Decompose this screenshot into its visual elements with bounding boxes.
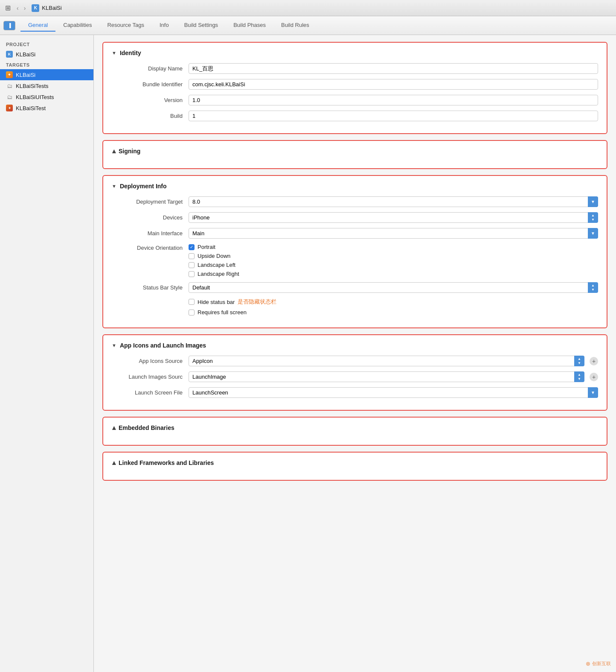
launch-screen-file-select[interactable]: LaunchScreen — [189, 387, 598, 398]
tab-resource-tags[interactable]: Resource Tags — [99, 19, 151, 32]
requires-full-screen-label: Requires full screen — [198, 309, 247, 316]
main-interface-select-wrapper: Main ▼ — [189, 228, 598, 239]
folder-icon-1: 🗂 — [6, 82, 13, 89]
hide-status-bar-checkbox-row: Hide status bar 是否隐藏状态栏 — [189, 298, 598, 306]
hide-status-bar-control: Hide status bar 是否隐藏状态栏 Requires full sc… — [189, 298, 598, 316]
app-icons-source-select[interactable]: AppIcon — [189, 356, 584, 366]
build-row: Build — [112, 111, 598, 121]
title-bar: ⊞ ‹ › K KLBaiSi — [0, 0, 616, 16]
landscape-left-checkbox[interactable] — [189, 262, 195, 268]
deployment-target-select[interactable]: 8.0 — [189, 196, 598, 207]
linked-frameworks-header[interactable]: ▶ Linked Frameworks and Libraries — [112, 459, 598, 466]
deployment-info-title: Deployment Info — [120, 183, 167, 190]
back-button[interactable]: ‹ — [15, 4, 20, 12]
tab-capabilities[interactable]: Capabilities — [55, 19, 99, 32]
build-input[interactable] — [189, 111, 598, 121]
identity-header[interactable]: ▼ Identity — [112, 50, 598, 56]
hide-status-bar-note: 是否隐藏状态栏 — [238, 298, 276, 306]
main-interface-select[interactable]: Main — [189, 228, 598, 239]
deployment-target-row: Deployment Target 8.0 ▼ — [112, 196, 598, 207]
sidebar-item-klbaisi-test[interactable]: ✦ KLBaiSiTest — [0, 102, 93, 114]
sidebar-target-test-label: KLBaiSiTest — [16, 105, 46, 111]
forward-button[interactable]: › — [22, 4, 28, 12]
tab-build-phases[interactable]: Build Phases — [226, 19, 273, 32]
landscape-right-label: Landscape Right — [198, 271, 239, 277]
app-icons-title: App Icons and Launch Images — [120, 342, 206, 349]
deployment-info-header[interactable]: ▼ Deployment Info — [112, 183, 598, 190]
device-orientation-row: Device Orientation ✓ Portrait Upside Dow… — [112, 244, 598, 277]
tab-build-rules[interactable]: Build Rules — [273, 19, 317, 32]
hide-status-bar-label: Hide status bar — [198, 299, 235, 305]
project-name: KLBaiSi — [42, 5, 61, 11]
launch-images-source-control: LaunchImage ▲▼ + — [189, 371, 598, 382]
version-label: Version — [112, 97, 189, 103]
app-icons-header[interactable]: ▼ App Icons and Launch Images — [112, 342, 598, 349]
deployment-info-toggle: ▼ — [112, 184, 116, 189]
status-bar-style-control: Default ▲▼ — [189, 282, 598, 293]
main-layout: PROJECT K KLBaiSi TARGETS ✦ KLBaiSi 🗂 KL… — [0, 35, 616, 672]
app-icons-source-select-wrapper: AppIcon ▲▼ — [189, 356, 584, 366]
launch-screen-file-label: Launch Screen File — [112, 389, 189, 396]
deployment-target-control: 8.0 ▼ — [189, 196, 598, 207]
linked-frameworks-toggle: ▶ — [111, 461, 116, 465]
sidebar-item-klbaisi[interactable]: ✦ KLBaiSi — [0, 69, 93, 80]
launch-screen-file-row: Launch Screen File LaunchScreen ▼ — [112, 387, 598, 398]
grid-icon[interactable]: ⊞ — [5, 4, 11, 12]
orientation-portrait-row: ✓ Portrait — [189, 244, 598, 250]
sidebar-item-project[interactable]: K KLBaiSi — [0, 49, 93, 60]
tab-general[interactable]: General — [20, 19, 55, 32]
tab-bar: ▐ General Capabilities Resource Tags Inf… — [0, 16, 616, 35]
target-icon: ✦ — [6, 71, 13, 78]
navigation-buttons: ‹ › — [15, 4, 27, 12]
app-icons-toggle: ▼ — [112, 343, 116, 348]
signing-header[interactable]: ▶ Signing — [112, 148, 598, 155]
sidebar-toggle[interactable]: ▐ — [3, 21, 15, 30]
tab-info[interactable]: Info — [152, 19, 177, 32]
tab-build-settings[interactable]: Build Settings — [177, 19, 226, 32]
embedded-binaries-title: Embedded Binaries — [119, 424, 174, 431]
embedded-binaries-header[interactable]: ▶ Embedded Binaries — [112, 424, 598, 431]
portrait-checkbox[interactable]: ✓ — [189, 244, 195, 250]
orientation-landscape-left-row: Landscape Left — [189, 262, 598, 268]
landscape-left-label: Landscape Left — [198, 262, 235, 268]
deployment-info-section: ▼ Deployment Info Deployment Target 8.0 … — [102, 175, 607, 328]
sidebar-item-klbaisi-ui-tests[interactable]: 🗂 KLBaiSiUITests — [0, 91, 93, 102]
requires-full-screen-row: Requires full screen — [189, 309, 598, 316]
launch-images-add-button[interactable]: + — [590, 373, 598, 381]
display-name-control — [189, 63, 598, 74]
identity-toggle: ▼ — [112, 50, 116, 56]
app-icons-source-control: AppIcon ▲▼ + — [189, 356, 598, 366]
upsidedown-checkbox[interactable] — [189, 253, 195, 259]
signing-section: ▶ Signing — [102, 140, 607, 169]
display-name-input[interactable] — [189, 63, 598, 74]
status-bar-style-select[interactable]: Default — [189, 282, 598, 293]
launch-screen-file-select-wrapper: LaunchScreen ▼ — [189, 387, 598, 398]
bundle-id-input[interactable] — [189, 79, 598, 90]
hide-status-bar-row: Hide status bar 是否隐藏状态栏 Requires full sc… — [189, 298, 598, 316]
portrait-label: Portrait — [198, 244, 215, 250]
version-row: Version — [112, 95, 598, 105]
sidebar-target-tests-label: KLBaiSiTests — [16, 83, 49, 89]
sidebar-target-klbaisi-label: KLBaiSi — [16, 72, 35, 78]
app-icons-add-button[interactable]: + — [590, 357, 598, 365]
project-icon: K — [6, 51, 13, 58]
hide-status-bar-checkbox[interactable] — [189, 299, 195, 305]
sidebar-project-label: KLBaiSi — [16, 51, 35, 58]
landscape-right-checkbox[interactable] — [189, 271, 195, 277]
main-interface-row: Main Interface Main ▼ — [112, 228, 598, 239]
display-name-label: Display Name — [112, 65, 189, 72]
launch-screen-file-control: LaunchScreen ▼ — [189, 387, 598, 398]
folder-icon-2: 🗂 — [6, 93, 13, 100]
requires-full-screen-checkbox[interactable] — [189, 310, 195, 316]
signing-title: Signing — [119, 148, 140, 155]
watermark: ⊗ 创新互联 — [586, 660, 611, 667]
build-control — [189, 111, 598, 121]
display-name-row: Display Name — [112, 63, 598, 74]
sidebar-project-header: PROJECT — [0, 39, 93, 49]
sidebar-item-klbaisi-tests[interactable]: 🗂 KLBaiSiTests — [0, 80, 93, 91]
bundle-id-label: Bundle Identifier — [112, 81, 189, 88]
version-input[interactable] — [189, 95, 598, 105]
deployment-target-select-wrapper: 8.0 ▼ — [189, 196, 598, 207]
devices-select[interactable]: iPhone — [189, 212, 598, 223]
launch-images-source-select[interactable]: LaunchImage — [189, 371, 584, 382]
